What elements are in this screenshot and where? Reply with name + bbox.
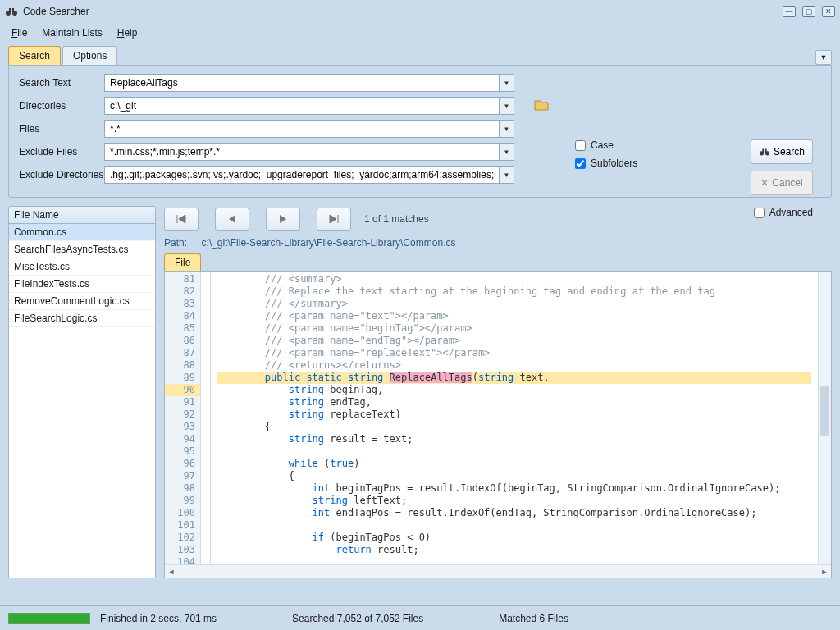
status-searched: Searched 7,052 of 7,052 Files xyxy=(292,613,423,624)
dropdown-icon[interactable]: ▼ xyxy=(499,121,514,137)
file-list-item[interactable]: FileSearchLogic.cs xyxy=(9,310,155,327)
tab-search[interactable]: Search xyxy=(8,46,61,65)
exclude-dirs-combo[interactable]: ▼ xyxy=(104,166,514,184)
label-directories: Directories xyxy=(19,100,104,112)
exclude-files-input[interactable] xyxy=(105,144,499,160)
subfolders-checkbox[interactable] xyxy=(575,158,586,169)
horizontal-scrollbar[interactable]: ◄► xyxy=(165,564,831,578)
progress-bar xyxy=(8,613,90,624)
advanced-label: Advanced xyxy=(769,207,813,218)
file-list-item[interactable]: MiscTests.cs xyxy=(9,258,155,276)
search-panel: Search Text ▼ Directories ▼ Files ▼ Excl… xyxy=(8,65,832,198)
menu-file[interactable]: File xyxy=(11,27,27,39)
minimize-button[interactable]: — xyxy=(783,6,796,17)
svg-rect-6 xyxy=(762,149,764,153)
status-finished: Finished in 2 secs, 701 ms xyxy=(100,613,217,624)
file-list-item[interactable]: FileIndexTests.cs xyxy=(9,276,155,293)
path-row: Path: c:\_git\File-Search-Library\File-S… xyxy=(164,235,832,253)
subfolders-label: Subfolders xyxy=(591,158,637,169)
file-list-header[interactable]: File Name xyxy=(9,207,155,224)
case-label: Case xyxy=(591,139,614,151)
label-exclude-files: Exclude Files xyxy=(19,146,104,158)
exclude-dirs-input[interactable] xyxy=(105,167,499,183)
menubar: File Maintain Lists Help xyxy=(0,23,840,43)
search-text-input[interactable] xyxy=(105,75,499,91)
files-input[interactable] xyxy=(105,121,499,137)
file-list-item[interactable]: Common.cs xyxy=(9,224,155,241)
dropdown-icon[interactable]: ▼ xyxy=(499,167,514,183)
vertical-scrollbar[interactable] xyxy=(818,272,831,578)
last-match-button[interactable] xyxy=(317,208,351,231)
file-list-item[interactable]: SearchFilesAsyncTests.cs xyxy=(9,241,155,258)
search-text-combo[interactable]: ▼ xyxy=(104,74,514,92)
case-checkbox-row[interactable]: Case xyxy=(575,139,747,151)
next-match-button[interactable] xyxy=(266,208,300,231)
cancel-button: ✕ Cancel xyxy=(751,171,813,195)
match-count: 1 of 1 matches xyxy=(364,213,429,225)
file-list-item[interactable]: RemoveCommentLogic.cs xyxy=(9,293,155,310)
titlebar: Code Searcher — ▢ ✕ xyxy=(0,0,840,23)
files-combo[interactable]: ▼ xyxy=(104,120,514,138)
dropdown-icon[interactable]: ▼ xyxy=(499,144,514,160)
panel-menu-icon[interactable]: ▼ xyxy=(815,50,832,65)
directories-combo[interactable]: ▼ xyxy=(104,97,514,115)
app-icon xyxy=(5,5,18,18)
search-button[interactable]: Search xyxy=(751,139,813,164)
code-tab-file[interactable]: File xyxy=(164,253,201,271)
first-match-button[interactable] xyxy=(164,208,199,231)
exclude-files-combo[interactable]: ▼ xyxy=(104,143,514,161)
label-exclude-dirs: Exclude Directories xyxy=(19,169,104,180)
case-checkbox[interactable] xyxy=(575,140,586,151)
svg-rect-3 xyxy=(12,8,14,12)
tabstrip: Search Options ▼ xyxy=(0,43,840,65)
prev-match-button[interactable] xyxy=(215,208,249,231)
label-search-text: Search Text xyxy=(19,77,104,89)
status-matched: Matched 6 Files xyxy=(499,613,568,624)
path-value: c:\_git\File-Search-Library\File-Search-… xyxy=(201,237,455,249)
code-content[interactable]: /// <summary> /// Replace the text start… xyxy=(211,272,818,578)
file-list: File Name Common.csSearchFilesAsyncTests… xyxy=(8,206,156,578)
path-label: Path: xyxy=(164,237,187,249)
menu-maintain[interactable]: Maintain Lists xyxy=(42,27,102,39)
maximize-button[interactable]: ▢ xyxy=(802,6,815,17)
statusbar: Finished in 2 secs, 701 ms Searched 7,05… xyxy=(0,605,840,630)
tab-options[interactable]: Options xyxy=(62,46,117,65)
directories-input[interactable] xyxy=(105,98,499,114)
advanced-checkbox[interactable] xyxy=(754,208,765,218)
code-viewer: 8182838485868788899091929394959697989910… xyxy=(164,271,832,578)
subfolders-checkbox-row[interactable]: Subfolders xyxy=(575,158,747,169)
svg-rect-7 xyxy=(765,149,767,153)
dropdown-icon[interactable]: ▼ xyxy=(499,98,514,114)
menu-help[interactable]: Help xyxy=(117,27,138,39)
svg-rect-2 xyxy=(9,8,11,12)
line-gutter: 8182838485868788899091929394959697989910… xyxy=(165,272,201,578)
close-button[interactable]: ✕ xyxy=(822,6,835,17)
dropdown-icon[interactable]: ▼ xyxy=(499,75,514,91)
window-title: Code Searcher xyxy=(23,6,89,17)
label-files: Files xyxy=(19,123,104,135)
browse-folder-icon[interactable] xyxy=(534,98,549,114)
